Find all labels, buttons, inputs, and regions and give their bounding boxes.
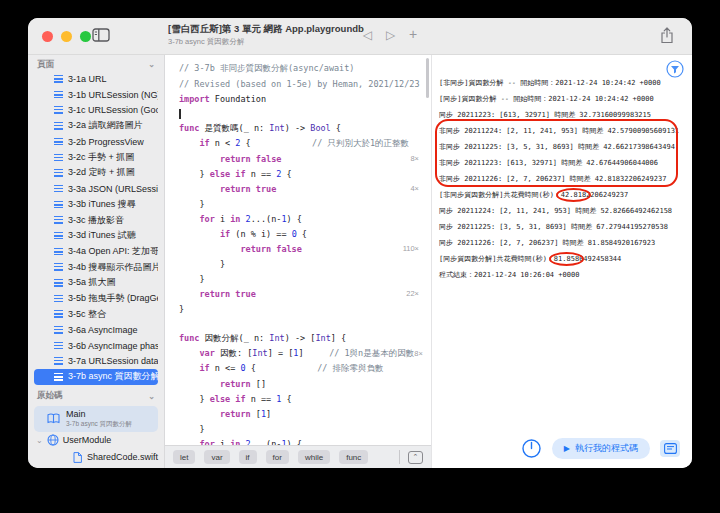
- sidebar-item-3-4a[interactable]: 3-4a Open API: 芝加哥…: [34, 244, 158, 260]
- text-cursor: [179, 109, 181, 119]
- console-line: 同步 20211223: [613, 32971] 時間差 32.7316009…: [439, 107, 686, 123]
- collapse-bar-button[interactable]: ⌃: [408, 451, 423, 464]
- sidebar-item-sharedcode[interactable]: SharedCode.swift: [28, 449, 164, 466]
- keyword-shortcut-bar: letvarifforwhilefunc ⌃: [165, 445, 431, 468]
- chevron-down-icon[interactable]: ⌄: [148, 60, 155, 69]
- play-icon: ▶: [564, 444, 570, 453]
- code-line[interactable]: [179, 316, 431, 331]
- sidebar-item-3-2c[interactable]: 3-2c 手勢 + 抓圖: [34, 149, 158, 165]
- close-window-button[interactable]: [42, 31, 53, 42]
- show-console-button[interactable]: [660, 440, 680, 457]
- sidebar-item-3-3a[interactable]: 3-3a JSON (URLSession): [34, 181, 158, 197]
- run-my-code-button[interactable]: ▶ 執行我的程式碼: [552, 438, 650, 459]
- divider: [399, 450, 400, 464]
- page-lines-icon: [54, 232, 63, 240]
- add-page-button[interactable]: +: [409, 25, 417, 43]
- code-line[interactable]: return true22×: [179, 286, 431, 301]
- sidebar-item-3-5c[interactable]: 3-5c 整合: [34, 306, 158, 322]
- code-line[interactable]: func 是質數嗎(_ n: Int) -> Bool {: [179, 121, 431, 136]
- code-line[interactable]: func 因數分解(_ n: Int) -> [Int] {: [179, 331, 431, 346]
- page-lines-icon: [54, 106, 63, 114]
- sidebar-item-3-1c[interactable]: 3-1c URLSession (Good): [34, 102, 158, 118]
- sidebar-page-list: 3-1a URL3-1b URLSession (NG)3-1c URLSess…: [28, 71, 164, 385]
- sidebar-item-3-2d[interactable]: 3-2d 定時 + 抓圖: [34, 165, 158, 181]
- sidebar-item-3-2a[interactable]: 3-2a 讀取網路圖片: [34, 118, 158, 134]
- code-line[interactable]: }: [179, 196, 431, 211]
- chevron-down-icon[interactable]: ⌄: [148, 392, 155, 401]
- code-line[interactable]: for i in 2...(n-1) {: [179, 211, 431, 226]
- code-line[interactable]: } else if n == 2 {: [179, 166, 431, 181]
- share-icon[interactable]: [660, 27, 674, 44]
- red-circle-annotation: 42.818: [561, 191, 586, 199]
- code-line[interactable]: [179, 106, 431, 121]
- usermodule-label: UserModule: [63, 435, 112, 445]
- window-body: 頁面 ⌄ 3-1a URL3-1b URLSession (NG)3-1c UR…: [28, 55, 692, 468]
- sidebar-item-3-2b[interactable]: 3-2b ProgressView: [34, 134, 158, 150]
- code-line[interactable]: }: [179, 301, 431, 316]
- code-editor[interactable]: // 3-7b 非同步質因數分解(async/await)// Revised …: [165, 55, 432, 468]
- code-line[interactable]: }: [179, 421, 431, 436]
- keyword-token-let[interactable]: let: [173, 450, 195, 464]
- sidebar-item-3-6a[interactable]: 3-6a AsyncImage: [34, 322, 158, 338]
- code-line[interactable]: if n <= 0 { // 排除零與負數: [179, 361, 431, 376]
- code-line[interactable]: return true4×: [179, 181, 431, 196]
- sidebar-item-3-5b[interactable]: 3-5b 拖曳手勢 (DragGes…: [34, 291, 158, 307]
- sidebar-pages-header[interactable]: 頁面 ⌄: [28, 58, 164, 71]
- keyword-token-if[interactable]: if: [239, 450, 257, 464]
- minimize-window-button[interactable]: [61, 31, 72, 42]
- sidebar-toggle-icon[interactable]: [92, 28, 110, 42]
- sidebar-item-label: 3-3b iTunes 搜尋: [68, 198, 136, 211]
- sidebar-item-3-7b[interactable]: 3-7b async 質因數分解: [34, 369, 158, 385]
- sidebar-item-3-1b[interactable]: 3-1b URLSession (NG): [34, 87, 158, 103]
- code-line[interactable]: return false110×: [179, 241, 431, 256]
- code-scrollbar[interactable]: [426, 58, 429, 98]
- keyword-token-while[interactable]: while: [298, 450, 330, 464]
- sidebar-item-3-6b[interactable]: 3-6b AsyncImage phase: [34, 338, 158, 354]
- keyword-token-func[interactable]: func: [339, 450, 368, 464]
- code-line[interactable]: return [1]: [179, 406, 431, 421]
- sidebar-item-3-3d[interactable]: 3-3d iTunes 試聽: [34, 228, 158, 244]
- execution-time-gauge-icon[interactable]: [521, 438, 542, 459]
- sidebar-source-header[interactable]: 原始碼 ⌄: [28, 390, 164, 403]
- keyword-token-var[interactable]: var: [204, 450, 229, 464]
- code-line[interactable]: // Revised (based on 1-5e) by Heman, 202…: [179, 76, 431, 91]
- code-line[interactable]: // 3-7b 非同步質因數分解(async/await): [179, 61, 431, 76]
- page-lines-icon: [54, 326, 63, 334]
- code-line[interactable]: var 因數: [Int] = [1] // 1與n是基本的因數8×: [179, 346, 431, 361]
- run-count-badge: 110×: [403, 244, 431, 253]
- code-line[interactable]: }: [179, 256, 431, 271]
- code-line[interactable]: if n < 2 { // 只判別大於1的正整數: [179, 136, 431, 151]
- sidebar-item-3-3c[interactable]: 3-3c 播放影音: [34, 212, 158, 228]
- sidebar-item-3-7a[interactable]: 3-7a URLSession data(): [34, 353, 158, 369]
- sidebar-item-label: 3-7b async 質因數分解: [68, 370, 158, 383]
- code-line[interactable]: return false8×: [179, 151, 431, 166]
- sidebar-item-3-3b[interactable]: 3-3b iTunes 搜尋: [34, 197, 158, 213]
- page-lines-icon: [54, 373, 63, 381]
- console-line: 非同步 20211225: [3, 5, 31, 8693] 時間差 42.66…: [439, 139, 686, 155]
- sidebar-item-3-5a[interactable]: 3-5a 抓大圖: [34, 275, 158, 291]
- code-line[interactable]: import Foundation: [179, 91, 431, 106]
- run-button-label: 執行我的程式碼: [575, 442, 638, 455]
- page-lines-icon: [54, 342, 63, 350]
- code-line[interactable]: } else if n == 1 {: [179, 391, 431, 406]
- console-line: 同步 20211226: [2, 7, 206237] 時間差 81.85849…: [439, 235, 686, 251]
- code-line[interactable]: return []: [179, 376, 431, 391]
- console-line: 同步 20211225: [3, 5, 31, 8693] 時間差 67.279…: [439, 219, 686, 235]
- code-line[interactable]: if (n % i) == 0 {: [179, 226, 431, 241]
- disclosure-chevron-icon[interactable]: ⌄: [36, 436, 43, 445]
- console-line: 非同步 20211224: [2, 11, 241, 953] 時間差 42.5…: [439, 123, 686, 139]
- run-count-badge: 8×: [414, 349, 432, 358]
- sidebar-item-usermodule[interactable]: ⌄ UserModule: [28, 432, 164, 449]
- filter-icon[interactable]: [666, 60, 684, 78]
- sidebar-item-main[interactable]: Main 3-7b async 質因數分解: [34, 406, 158, 432]
- page-lines-icon: [54, 357, 63, 365]
- nav-back-button[interactable]: ◁: [363, 26, 372, 44]
- file-icon: [73, 452, 82, 463]
- sidebar-item-3-1a[interactable]: 3-1a URL: [34, 71, 158, 87]
- nav-forward-button[interactable]: ▷: [386, 26, 395, 44]
- code-line[interactable]: }: [179, 271, 431, 286]
- page-lines-icon: [54, 216, 63, 224]
- zoom-window-button[interactable]: [80, 31, 91, 42]
- keyword-token-for[interactable]: for: [266, 450, 289, 464]
- sidebar-item-3-4b[interactable]: 3-4b 搜尋顯示作品圖片: [34, 259, 158, 275]
